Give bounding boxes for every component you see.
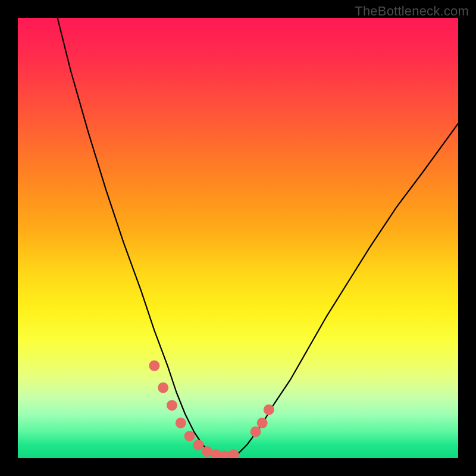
marker-dot: [184, 431, 195, 441]
marker-dot: [193, 440, 203, 450]
marker-dot: [228, 449, 239, 458]
marker-dot: [257, 418, 268, 428]
left-marker-cluster: [149, 361, 239, 458]
watermark-label: TheBottleneck.com: [355, 4, 469, 19]
marker-dot: [176, 418, 186, 428]
marker-dot: [264, 405, 274, 415]
marker-dot: [167, 400, 177, 411]
marker-dot: [250, 427, 261, 437]
marker-dot: [158, 383, 168, 393]
marker-dot: [149, 361, 159, 371]
right-marker-cluster: [250, 405, 274, 437]
bottleneck-curve: [58, 18, 458, 458]
chart-plot-area: [18, 18, 458, 458]
chart-frame: TheBottleneck.com: [0, 0, 476, 476]
chart-svg: [18, 18, 458, 458]
